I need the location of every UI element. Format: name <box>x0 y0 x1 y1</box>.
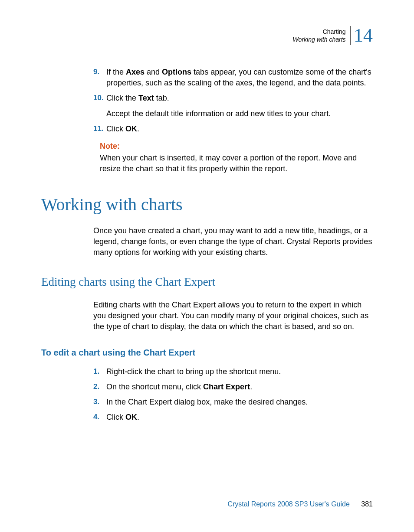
note-block: Note: When your chart is inserted, it ma… <box>100 141 373 175</box>
edit-step-3: 3. In the Chart Expert dialog box, make … <box>93 397 373 408</box>
page-footer: Crystal Reports 2008 SP3 User's Guide 38… <box>227 500 373 508</box>
section-intro-paragraph: Once you have created a chart, you may w… <box>93 225 373 258</box>
step-text: Click OK. <box>106 124 139 133</box>
note-label: Note: <box>100 141 373 152</box>
step-text: In the Chart Expert dialog box, make the… <box>106 398 308 406</box>
document-page: Charting Working with charts 14 9. If th… <box>0 0 414 532</box>
edit-step-1: 1. Right-click the chart to bring up the… <box>93 366 373 377</box>
step-subtext: Accept the default title information or … <box>106 108 373 119</box>
subsection-heading-h2: Editing charts using the Chart Expert <box>41 275 373 289</box>
chapter-number: 14 <box>350 26 373 45</box>
footer-guide-name: Crystal Reports 2008 SP3 User's Guide <box>227 500 349 508</box>
step-11: 11. Click OK. <box>93 124 373 134</box>
step-text: Right-click the chart to bring up the sh… <box>106 367 281 376</box>
numbered-list-edit: 1. Right-click the chart to bring up the… <box>93 366 373 423</box>
edit-step-2: 2. On the shortcut menu, click Chart Exp… <box>93 382 373 392</box>
step-text: On the shortcut menu, click Chart Expert… <box>106 382 252 391</box>
numbered-list-top: 9. If the Axes and Options tabs appear, … <box>93 67 373 134</box>
step-number: 4. <box>93 412 99 422</box>
step-10: 10. Click the Text tab. Accept the defau… <box>93 93 373 119</box>
subsection-intro-paragraph: Editing charts with the Chart Expert all… <box>93 300 373 333</box>
note-text: When your chart is inserted, it may cove… <box>100 153 357 173</box>
page-header: Charting Working with charts 14 <box>41 26 373 45</box>
step-text: If the Axes and Options tabs appear, you… <box>106 68 371 87</box>
step-number: 11. <box>93 124 104 134</box>
header-section-label: Working with charts <box>292 36 345 43</box>
step-number: 9. <box>93 67 99 77</box>
step-number: 2. <box>93 382 99 392</box>
header-chapter-label: Charting <box>292 28 345 36</box>
top-steps-block: 9. If the Axes and Options tabs appear, … <box>93 67 373 175</box>
step-number: 10. <box>93 93 104 103</box>
step-number: 3. <box>93 397 99 407</box>
section-heading-h1: Working with charts <box>41 194 373 215</box>
step-text: Click OK. <box>106 413 139 421</box>
step-9: 9. If the Axes and Options tabs appear, … <box>93 67 373 88</box>
edit-step-4: 4. Click OK. <box>93 412 373 423</box>
step-number: 1. <box>93 366 99 377</box>
footer-page-number: 381 <box>361 500 373 508</box>
procedure-heading-h3: To edit a chart using the Chart Expert <box>41 348 373 358</box>
header-text-block: Charting Working with charts <box>292 28 345 43</box>
step-text: Click the Text tab. <box>106 94 169 102</box>
edit-steps-block: 1. Right-click the chart to bring up the… <box>93 366 373 423</box>
